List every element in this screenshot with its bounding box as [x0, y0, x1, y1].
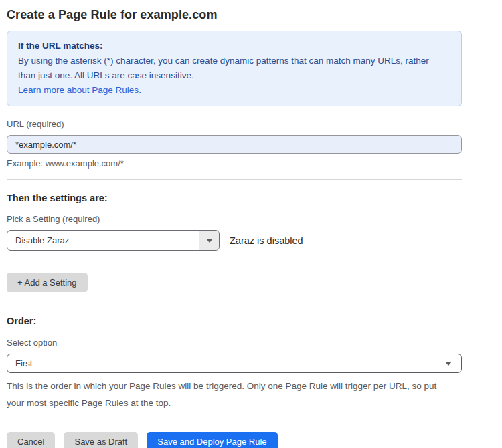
save-and-deploy-button[interactable]: Save and Deploy Page Rule: [147, 432, 277, 448]
url-input[interactable]: [7, 135, 462, 154]
order-section-heading: Order:: [7, 316, 462, 326]
chevron-down-icon: [445, 362, 452, 366]
url-match-info-callout: If the URL matches: By using the asteris…: [7, 31, 462, 106]
page-title: Create a Page Rule for example.com: [7, 8, 462, 22]
setting-picker-label: Pick a Setting (required): [7, 214, 462, 224]
learn-more-link[interactable]: Learn more about Page Rules: [18, 85, 139, 95]
order-select[interactable]: First: [7, 354, 462, 373]
setting-status-text: Zaraz is disabled: [230, 235, 303, 246]
save-as-draft-button[interactable]: Save as Draft: [64, 432, 138, 448]
order-helper-text: This is the order in which your Page Rul…: [7, 378, 456, 411]
chevron-down-icon: [206, 239, 213, 243]
setting-select-arrow-button[interactable]: [199, 231, 219, 250]
info-callout-heading: If the URL matches:: [18, 39, 450, 53]
order-select-label: Select option: [7, 338, 462, 348]
setting-select[interactable]: Disable Zaraz: [7, 230, 220, 251]
divider: [7, 421, 462, 421]
url-example-helper: Example: www.example.com/*: [7, 158, 462, 169]
info-callout-link-line: Learn more about Page Rules.: [18, 83, 450, 98]
order-select-value: First: [7, 354, 436, 372]
settings-section-heading: Then the settings are:: [7, 193, 462, 203]
create-page-rule-form: Create a Page Rule for example.com If th…: [7, 0, 462, 448]
form-actions: Cancel Save as Draft Save and Deploy Pag…: [7, 432, 462, 448]
setting-select-value: Disable Zaraz: [7, 231, 199, 250]
divider: [7, 302, 462, 302]
divider: [7, 179, 462, 180]
url-field-label: URL (required): [7, 119, 462, 129]
cancel-button[interactable]: Cancel: [7, 432, 55, 448]
setting-picker-row: Disable Zaraz Zaraz is disabled: [7, 230, 462, 251]
info-callout-body: By using the asterisk (*) character, you…: [18, 53, 440, 83]
add-setting-button[interactable]: + Add a Setting: [7, 273, 88, 292]
order-select-arrow: [436, 354, 461, 372]
link-suffix: .: [139, 85, 141, 95]
